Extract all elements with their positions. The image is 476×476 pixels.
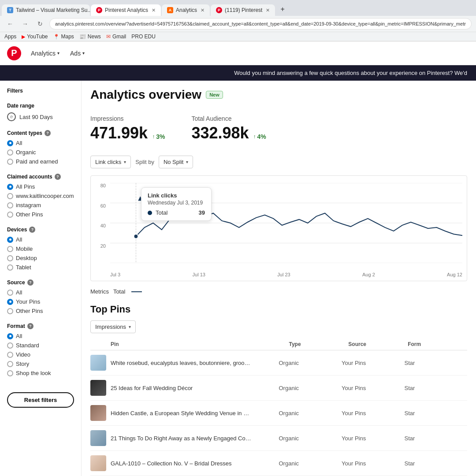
content-types-help-icon[interactable]: ? [45, 130, 51, 136]
tooltip-metric-label: Total [156, 209, 167, 216]
device-desktop[interactable]: Desktop [7, 255, 74, 261]
pin-thumbnail-5[interactable] [90, 455, 106, 471]
format-video[interactable]: Video [7, 351, 74, 358]
reload-button[interactable]: ↻ [34, 18, 46, 30]
content-type-paid[interactable]: Paid and earned [7, 158, 74, 165]
pin-format-1: Star [405, 360, 468, 366]
bookmark-news-label: News [88, 33, 101, 40]
content-type-all[interactable]: All [7, 140, 74, 146]
format-all[interactable]: All [7, 333, 74, 339]
tab-close-pinterest[interactable]: ✕ [152, 7, 156, 13]
claimed-all-pins[interactable]: All Pins [7, 183, 74, 190]
bookmark-maps-label: Maps [61, 33, 74, 40]
col-header-source: Source [348, 341, 408, 347]
impressions-label: Impressions [90, 115, 165, 122]
tab-tailwind[interactable]: T Tailwind – Visual Marketing Su... ✕ [2, 4, 90, 16]
chevron-down-icon-ads: ▾ [82, 51, 85, 56]
table-controls: Impressions ▾ [90, 320, 467, 333]
radio-all-checked [7, 140, 13, 146]
format-shop-the-look[interactable]: Shop the look [7, 370, 74, 376]
format-help-icon[interactable]: ? [27, 323, 33, 329]
forward-button[interactable]: → [19, 18, 31, 30]
browser-chrome: T Tailwind – Visual Marketing Su... ✕ P … [0, 0, 476, 41]
date-range-selector[interactable]: ⏱ Last 90 Days [7, 112, 74, 121]
tooltip-date: Wednesday Jul 3, 2019 [148, 200, 205, 206]
pinterest-logo[interactable]: P [7, 46, 21, 60]
radio-format-all [7, 333, 13, 339]
devices-help-icon[interactable]: ? [29, 227, 35, 233]
source-your-pins[interactable]: Your Pins [7, 298, 74, 305]
chart-svg-area: Link clicks Wednesday Jul 3, 2019 Total … [110, 183, 462, 263]
content-type-organic-label: Organic [16, 149, 36, 156]
device-mobile[interactable]: Mobile [7, 245, 74, 252]
metric-dropdown[interactable]: Link clicks ▾ [90, 156, 131, 168]
source-other-pins-label: Other Pins [16, 308, 43, 314]
claimed-accounts-section: Claimed accounts ? All Pins www.kaitlinc… [7, 174, 74, 218]
tab-close-pinterest-main[interactable]: ✕ [266, 7, 270, 13]
bookmark-youtube[interactable]: ▶ YouTube [22, 33, 48, 40]
top-pins-sort-dropdown[interactable]: Impressions ▾ [90, 320, 136, 333]
device-tablet[interactable]: Tablet [7, 264, 74, 271]
format-story[interactable]: Story [7, 361, 74, 367]
table-row: White rosebud, eucalyptus leaves, bouton… [90, 350, 467, 376]
y-label-60: 60 [91, 203, 106, 208]
tab-favicon-analytics: A [167, 7, 173, 13]
date-range-value: Last 90 Days [19, 114, 53, 120]
claimed-instagram[interactable]: instagram [7, 202, 74, 208]
radio-all-pins-checked [7, 184, 13, 190]
format-standard[interactable]: Standard [7, 342, 74, 349]
pin-thumbnail-1[interactable] [90, 355, 106, 371]
split-dropdown-arrow-icon: ▾ [186, 160, 188, 164]
format-standard-label: Standard [16, 342, 39, 349]
bookmark-pro-edu[interactable]: PRO EDU [131, 33, 156, 40]
back-button[interactable]: ← [4, 18, 16, 30]
claimed-kaitlin[interactable]: www.kaitlincooper.com [7, 193, 74, 199]
pin-title-1: White rosebud, eucalyptus leaves, bouton… [111, 360, 252, 366]
content-type-organic[interactable]: Organic [7, 149, 74, 156]
pin-format-3: Star [405, 410, 468, 416]
claimed-accounts-help-icon[interactable]: ? [55, 174, 61, 180]
bookmark-apps[interactable]: Apps [4, 33, 16, 40]
filters-title: Filters [7, 88, 74, 94]
device-desktop-label: Desktop [16, 255, 37, 261]
reset-filters-button[interactable]: Reset filters [7, 392, 74, 408]
claimed-other-pins[interactable]: Other Pins [7, 211, 74, 218]
tab-favicon-pinterest-main: P [216, 7, 222, 13]
pin-thumbnail-2[interactable] [90, 380, 106, 396]
chevron-down-icon: ▾ [57, 51, 60, 56]
pin-title-5: GALA-1010 – Collection No. V – Bridal Dr… [111, 460, 252, 467]
bookmark-news[interactable]: 📰 News [79, 33, 101, 40]
source-group: All Your Pins Other Pins [7, 289, 74, 314]
source-help-icon[interactable]: ? [27, 279, 33, 286]
source-all[interactable]: All [7, 289, 74, 296]
tab-pinterest-analytics[interactable]: P Pinterest Analytics ✕ [91, 4, 161, 16]
devices-section: Devices ? All Mobile Desktop Ta [7, 227, 74, 271]
promo-banner: Would you mind answering a few quick que… [0, 65, 476, 81]
clock-icon: ⏱ [7, 112, 16, 121]
pin-format-5: Star [405, 460, 468, 467]
pin-col-1: White rosebud, eucalyptus leaves, bouton… [90, 355, 279, 371]
sidebar: Filters Date range ⏱ Last 90 Days Conten… [0, 81, 82, 476]
table-row: Hidden Castle, a European Style Wedding … [90, 401, 467, 426]
source-other-pins[interactable]: Other Pins [7, 308, 74, 314]
tab-analytics[interactable]: A Analytics ✕ [162, 4, 210, 16]
bookmark-gmail[interactable]: ✉ Gmail [106, 33, 126, 40]
impressions-up-icon: ↑ [152, 134, 155, 140]
address-input[interactable] [49, 18, 472, 30]
tab-title-pinterest-main: (1119) Pinterest [225, 7, 262, 13]
pin-thumbnail-4[interactable] [90, 430, 106, 446]
nav-analytics[interactable]: Analytics ▾ [26, 47, 64, 60]
device-all[interactable]: All [7, 236, 74, 243]
tab-close-analytics[interactable]: ✕ [201, 7, 205, 13]
pin-source-5: Your Pins [342, 460, 405, 467]
split-dropdown[interactable]: No Split ▾ [159, 156, 193, 168]
nav-ads[interactable]: Ads ▾ [66, 47, 89, 60]
source-your-pins-label: Your Pins [16, 298, 40, 305]
bookmark-maps[interactable]: 📍 Maps [53, 33, 74, 40]
chart-x-labels: Jul 3 Jul 13 Jul 23 Aug 2 Aug 12 [110, 272, 462, 277]
tab-pinterest-main[interactable]: P (1119) Pinterest ✕ [211, 4, 275, 16]
pin-thumbnail-3[interactable] [90, 405, 106, 421]
bookmark-pro-edu-label: PRO EDU [131, 33, 156, 40]
new-tab-button[interactable]: + [276, 3, 289, 16]
claimed-accounts-group: All Pins www.kaitlincooper.com instagram… [7, 183, 74, 218]
